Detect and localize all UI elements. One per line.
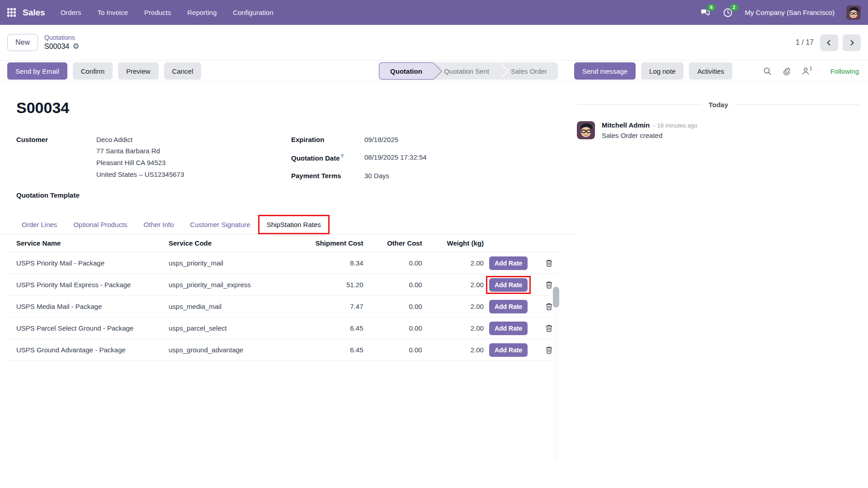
table-row[interactable]: USPS Parcel Select Ground - Package usps… [7, 317, 558, 339]
tab-customer-signature[interactable]: Customer Signature [182, 215, 258, 234]
customer-address-line1: 77 Santa Barbara Rd [96, 147, 184, 155]
breadcrumb: Quotations S00034 ⚙ [44, 34, 79, 51]
preview-button[interactable]: Preview [118, 62, 158, 80]
table-row[interactable]: USPS Priority Mail Express - Package usp… [7, 274, 558, 296]
table-row[interactable]: USPS Priority Mail - Package usps_priori… [7, 252, 558, 274]
cancel-button[interactable]: Cancel [164, 62, 202, 80]
app-name[interactable]: Sales [23, 8, 45, 18]
status-step-quotation[interactable]: Quotation [379, 62, 433, 80]
customer-address-line2: Pleasant Hill CA 94523 [96, 158, 184, 167]
table-row[interactable]: USPS Media Mail - Package usps_media_mai… [7, 296, 558, 317]
send-by-email-button[interactable]: Send by Email [7, 62, 67, 80]
payment-terms-label: Payment Terms [291, 172, 364, 180]
record-title[interactable]: S00034 [16, 99, 574, 117]
quotation-date-label: Quotation Date? [291, 153, 364, 162]
pager-previous-button[interactable] [820, 34, 838, 51]
chatter-toolbar: Send message Log note Activities 1 [574, 62, 868, 80]
trash-icon [546, 303, 552, 310]
table-row[interactable]: USPS Ground Advantage - Package usps_gro… [7, 339, 558, 361]
trash-icon [546, 346, 552, 354]
status-step-quotation-sent[interactable]: Quotation Sent [433, 62, 500, 80]
breadcrumb-current: S00034 [44, 43, 69, 51]
search-icon [763, 67, 772, 76]
message-avatar[interactable] [577, 121, 595, 139]
quotation-template-label: Quotation Template [16, 191, 574, 199]
gear-icon[interactable]: ⚙ [72, 42, 79, 51]
activities-badge: 2 [730, 4, 738, 11]
col-service-code[interactable]: Service Code [169, 239, 308, 247]
trash-icon [546, 281, 552, 289]
col-service-name[interactable]: Service Name [7, 239, 169, 247]
highlight-red-box: Add Rate [486, 276, 531, 294]
breadcrumb-quotations-link[interactable]: Quotations [44, 34, 79, 41]
delete-row-button[interactable] [546, 324, 552, 332]
message-author[interactable]: Mitchell Admin [602, 121, 650, 129]
new-button[interactable]: New [7, 34, 38, 51]
main-menu: Orders To Invoice Products Reporting Con… [61, 9, 274, 16]
menu-configuration[interactable]: Configuration [233, 9, 273, 16]
person-icon [802, 67, 810, 76]
confirm-button[interactable]: Confirm [73, 62, 113, 80]
followers-button[interactable]: 1 [802, 67, 812, 76]
chevron-left-icon [827, 40, 833, 46]
control-panel: New Quotations S00034 ⚙ 1 / 17 [0, 25, 868, 60]
delete-row-button[interactable] [546, 281, 552, 289]
following-toggle[interactable]: Following [830, 67, 859, 75]
expiration-label: Expiration [291, 136, 364, 143]
add-rate-button[interactable]: Add Rate [489, 300, 528, 313]
record-pager: 1 / 17 [796, 34, 861, 51]
apps-grid-icon[interactable] [7, 8, 16, 17]
expiration-field[interactable]: 09/18/2025 [364, 136, 398, 143]
send-message-button[interactable]: Send message [574, 62, 636, 80]
add-rate-button[interactable]: Add Rate [489, 256, 528, 270]
customer-label: Customer [16, 136, 96, 179]
messages-badge: 6 [707, 4, 715, 11]
col-shipment-cost[interactable]: Shipment Cost [308, 239, 363, 247]
company-switcher[interactable]: My Company (San Francisco) [745, 9, 835, 16]
col-weight[interactable]: Weight (kg) [422, 239, 484, 247]
search-messages-button[interactable] [763, 67, 772, 76]
status-step-sales-order[interactable]: Sales Order [500, 62, 558, 80]
menu-to-invoice[interactable]: To Invoice [98, 9, 128, 16]
add-rate-button[interactable]: Add Rate [489, 343, 528, 357]
chatter-message: Mitchell Admin - 18 minutes ago Sales Or… [577, 121, 860, 139]
pager-count: 1 / 17 [796, 38, 814, 47]
table-header: Service Name Service Code Shipment Cost … [7, 234, 558, 252]
vertical-scrollbar[interactable] [553, 287, 559, 461]
menu-products[interactable]: Products [144, 9, 171, 16]
tab-other-info[interactable]: Other Info [136, 215, 182, 234]
attachments-button[interactable] [783, 67, 791, 76]
top-navbar: Sales Orders To Invoice Products Reporti… [0, 0, 868, 25]
customer-name-field[interactable]: Deco Addict [96, 136, 184, 143]
status-bar: Quotation Quotation Sent Sales Order [379, 62, 558, 80]
tab-order-lines[interactable]: Order Lines [14, 215, 65, 234]
quotation-date-field[interactable]: 08/19/2025 17:32:54 [364, 153, 427, 162]
action-bar: Send by Email Confirm Preview Cancel Quo… [0, 60, 868, 82]
delete-row-button[interactable] [546, 346, 552, 354]
add-rate-button[interactable]: Add Rate [489, 322, 528, 335]
message-body: Sales Order created [602, 132, 697, 139]
date-divider-label: Today [708, 101, 728, 109]
menu-reporting[interactable]: Reporting [187, 9, 217, 16]
tab-optional-products[interactable]: Optional Products [65, 215, 135, 234]
pager-next-button[interactable] [843, 34, 861, 51]
payment-terms-field[interactable]: 30 Days [364, 172, 389, 180]
follower-count: 1 [810, 66, 812, 71]
scrollbar-thumb[interactable] [553, 287, 559, 308]
quotation-form: S00034 Customer Deco Addict 77 Santa Bar… [0, 82, 574, 488]
activities-button[interactable]: Activities [689, 62, 732, 80]
help-icon[interactable]: ? [341, 153, 344, 159]
messages-icon[interactable]: 6 [700, 7, 711, 18]
shipstation-rates-table: Service Name Service Code Shipment Cost … [7, 234, 558, 361]
chatter-panel: Today Mitchell Admin - 18 minutes ago [574, 82, 868, 488]
delete-row-button[interactable] [546, 303, 552, 310]
col-other-cost[interactable]: Other Cost [363, 239, 422, 247]
user-avatar[interactable] [846, 5, 861, 20]
add-rate-button-highlighted[interactable]: Add Rate [489, 278, 528, 292]
menu-orders[interactable]: Orders [61, 9, 81, 16]
delete-row-button[interactable] [546, 259, 552, 267]
activities-icon[interactable]: 2 [722, 7, 733, 18]
message-timestamp: - 18 minutes ago [654, 122, 698, 129]
tab-shipstation-rates[interactable]: ShipStation Rates [259, 215, 329, 234]
log-note-button[interactable]: Log note [641, 62, 684, 80]
